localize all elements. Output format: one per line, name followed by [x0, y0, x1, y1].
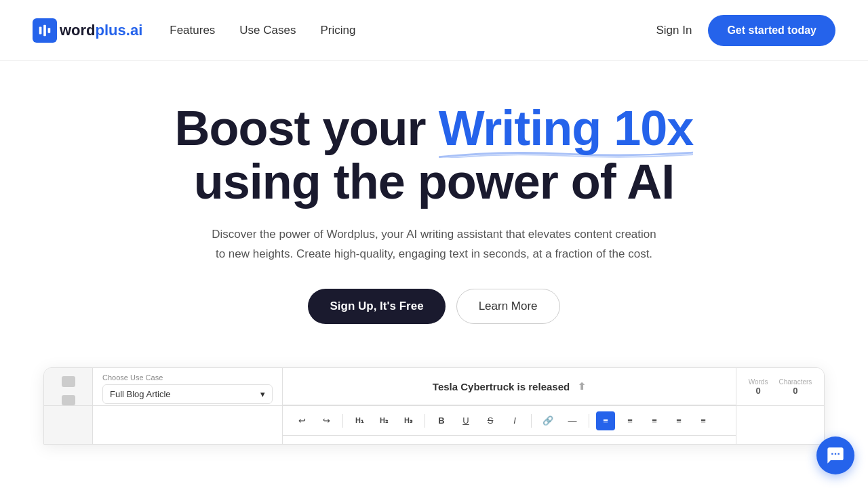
chars-stat: Characters 0: [778, 378, 812, 396]
chevron-down-icon: ▾: [260, 389, 265, 399]
logo-icon: [33, 18, 57, 43]
align-center-button[interactable]: ≡: [620, 411, 639, 430]
mini-icon-2: [62, 395, 75, 406]
redo-button[interactable]: ↪: [317, 411, 336, 430]
editor-title-bar: Tesla Cybertruck is released ⬆: [283, 368, 736, 405]
list-button[interactable]: ≡: [669, 411, 688, 430]
editor-body-sidebar: [44, 406, 93, 444]
toolbar-divider-3: [531, 414, 532, 428]
svg-rect-2: [48, 28, 51, 33]
learn-more-button[interactable]: Learn More: [456, 289, 560, 324]
undo-button[interactable]: ↩: [292, 411, 311, 430]
toolbar-divider-4: [589, 414, 589, 428]
use-case-select[interactable]: Full Blog Article ▾: [102, 384, 273, 404]
logo[interactable]: wordplus.ai: [33, 18, 142, 43]
italic-button[interactable]: I: [505, 411, 524, 430]
bold-button[interactable]: B: [432, 411, 451, 430]
chat-support-button[interactable]: [816, 436, 854, 474]
mini-icon-1: [62, 376, 75, 387]
link-button[interactable]: 🔗: [538, 411, 557, 430]
logo-text: wordplus.ai: [60, 22, 142, 39]
editor-body: ↩ ↪ H₁ H₂ H₃ B U S I 🔗 — ≡ ≡ ≡ ≡ ≡: [44, 406, 824, 444]
underline-button[interactable]: U: [456, 411, 475, 430]
words-value: 0: [749, 386, 768, 396]
editor-main: Tesla Cybertruck is released ⬆: [283, 368, 736, 405]
sign-in-link[interactable]: Sign In: [656, 24, 692, 37]
ordered-list-button[interactable]: ≡: [694, 411, 713, 430]
editor-sidebar-mini: [44, 368, 93, 405]
words-stat: Words 0: [749, 378, 768, 396]
nav-left: wordplus.ai Features Use Cases Pricing: [33, 18, 355, 43]
hero-title: Boost your Writing 10x using the power o…: [175, 102, 694, 209]
editor-body-right: [736, 406, 824, 444]
hero-subtitle: Discover the power of Wordplus, your AI …: [210, 225, 658, 264]
signup-button[interactable]: Sign Up, It's Free: [308, 289, 445, 324]
svg-rect-0: [39, 26, 42, 34]
hero-title-highlight: Writing 10x: [439, 102, 694, 155]
divider-button[interactable]: —: [563, 411, 582, 430]
h2-button[interactable]: H₂: [374, 411, 393, 430]
align-right-button[interactable]: ≡: [645, 411, 664, 430]
words-label: Words: [749, 378, 768, 386]
nav-pricing[interactable]: Pricing: [320, 24, 355, 37]
h1-button[interactable]: H₁: [350, 411, 369, 430]
align-left-button[interactable]: ≡: [596, 411, 615, 430]
navbar: wordplus.ai Features Use Cases Pricing S…: [0, 0, 868, 61]
hero-title-part1: Boost your: [175, 101, 439, 155]
toolbar-divider-2: [425, 414, 425, 428]
editor-body-main: ↩ ↪ H₁ H₂ H₃ B U S I 🔗 — ≡ ≡ ≡ ≡ ≡: [283, 406, 736, 444]
editor-body-left: [93, 406, 283, 444]
h3-button[interactable]: H₃: [399, 411, 418, 430]
strikethrough-button[interactable]: S: [481, 411, 500, 430]
upload-icon: ⬆: [578, 381, 586, 392]
toolbar-divider-1: [342, 414, 343, 428]
hero-buttons: Sign Up, It's Free Learn More: [308, 289, 559, 324]
nav-use-cases[interactable]: Use Cases: [239, 24, 296, 37]
use-case-value: Full Blog Article: [110, 389, 171, 399]
nav-features[interactable]: Features: [170, 24, 215, 37]
document-title: Tesla Cybertruck is released: [433, 381, 570, 392]
use-case-panel: Choose Use Case Full Blog Article ▾: [93, 368, 283, 405]
chars-value: 0: [778, 386, 812, 396]
editor-stats-panel: Words 0 Characters 0: [736, 368, 824, 405]
editor-top-bar: Choose Use Case Full Blog Article ▾ Tesl…: [44, 368, 824, 406]
hero-section: Boost your Writing 10x using the power o…: [0, 61, 868, 346]
get-started-button[interactable]: Get started today: [708, 15, 835, 46]
nav-right: Sign In Get started today: [656, 15, 835, 46]
chars-label: Characters: [778, 378, 812, 386]
nav-links: Features Use Cases Pricing: [170, 24, 355, 37]
hero-title-part2: using the power of AI: [194, 155, 674, 209]
editor-preview: Choose Use Case Full Blog Article ▾ Tesl…: [43, 367, 825, 445]
editor-toolbar: ↩ ↪ H₁ H₂ H₃ B U S I 🔗 — ≡ ≡ ≡ ≡ ≡: [283, 406, 736, 436]
svg-rect-1: [43, 24, 46, 36]
use-case-label: Choose Use Case: [102, 373, 273, 382]
